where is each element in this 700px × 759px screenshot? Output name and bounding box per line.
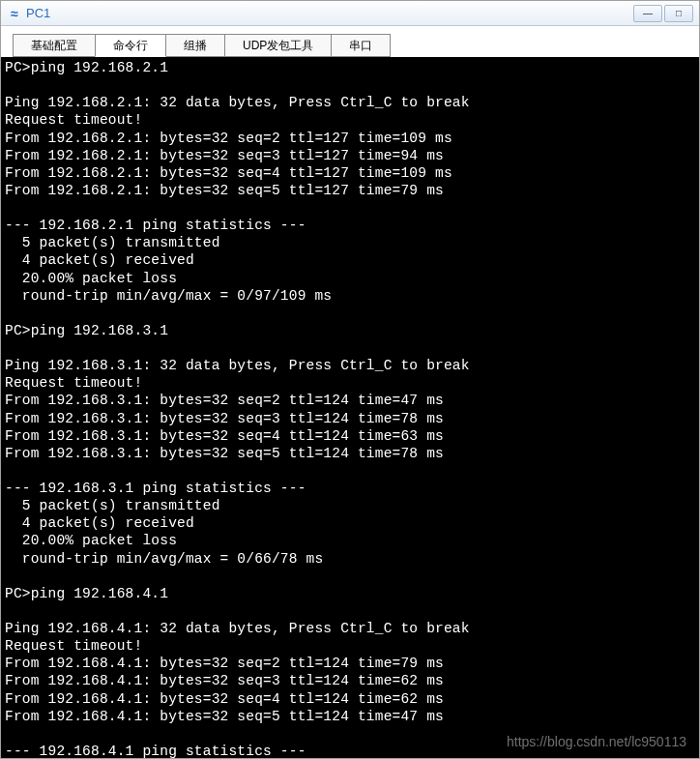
window-controls: — □ [631,5,693,22]
app-icon: ≈ [7,6,22,21]
tab-command-line[interactable]: 命令行 [95,34,166,57]
tab-label: 命令行 [113,38,148,54]
tab-multicast[interactable]: 组播 [165,34,225,57]
tab-label: 基础配置 [31,38,77,54]
tab-udp-tool[interactable]: UDP发包工具 [224,34,332,57]
app-window: ≈ PC1 — □ 基础配置 命令行 组播 UDP发包工具 串口 PC>ping… [0,0,700,759]
tab-bar: 基础配置 命令行 组播 UDP发包工具 串口 [1,26,699,57]
window-title: PC1 [26,6,50,20]
tab-serial[interactable]: 串口 [331,34,391,57]
tab-label: 串口 [349,38,372,54]
tab-label: 组播 [184,38,207,54]
maximize-button[interactable]: □ [664,5,693,22]
tab-basic-config[interactable]: 基础配置 [13,34,96,57]
tab-label: UDP发包工具 [243,38,313,54]
titlebar: ≈ PC1 — □ [1,1,699,26]
titlebar-left: ≈ PC1 [7,6,50,21]
terminal-output[interactable]: PC>ping 192.168.2.1 Ping 192.168.2.1: 32… [1,57,699,758]
minimize-button[interactable]: — [633,5,662,22]
